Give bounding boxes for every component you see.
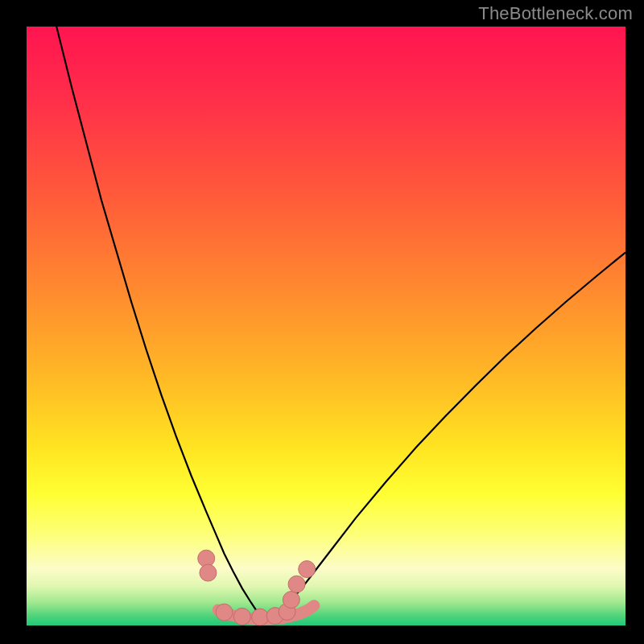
plot-area xyxy=(27,27,625,625)
right-curve xyxy=(269,252,625,618)
left-curve xyxy=(56,27,263,619)
watermark-text: TheBottleneck.com xyxy=(478,3,633,24)
marker-point xyxy=(252,609,269,625)
outer-frame: TheBottleneck.com xyxy=(0,0,644,644)
marker-point xyxy=(288,576,305,592)
marker-point xyxy=(233,608,250,625)
marker-point xyxy=(283,592,299,609)
marker-point xyxy=(299,561,316,578)
marker-point xyxy=(216,604,233,621)
curves-layer xyxy=(27,27,625,625)
marker-point xyxy=(200,564,217,581)
